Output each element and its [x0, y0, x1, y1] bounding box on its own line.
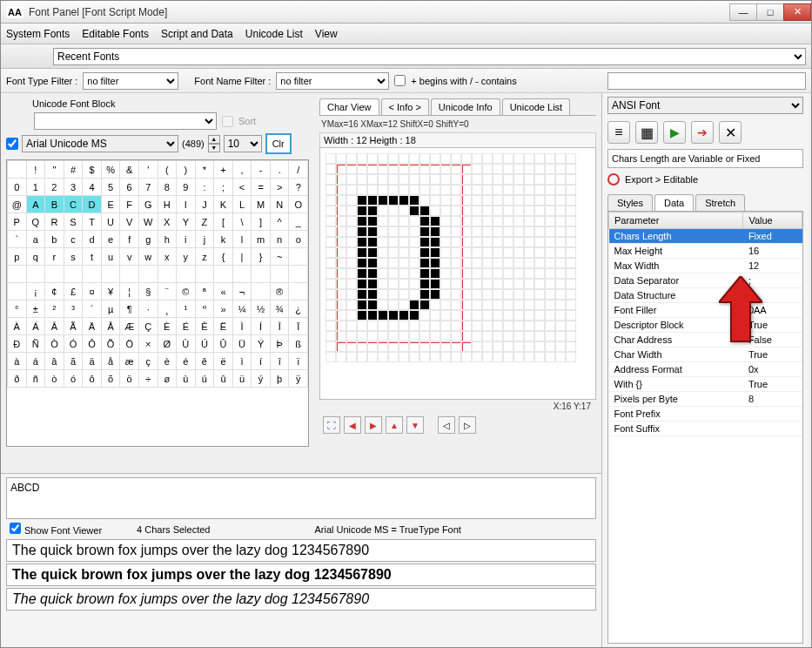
- param-row[interactable]: Char WidthTrue: [609, 348, 802, 362]
- char-cell[interactable]: t: [83, 248, 102, 266]
- char-cell[interactable]: è: [158, 353, 177, 370]
- char-cell[interactable]: r: [45, 248, 64, 266]
- char-cell[interactable]: ³: [64, 300, 83, 318]
- char-cell[interactable]: y: [177, 248, 196, 266]
- menu-script-data[interactable]: Script and Data: [161, 28, 233, 40]
- down-button[interactable]: ▼: [406, 416, 424, 434]
- up-button[interactable]: ▲: [386, 416, 403, 434]
- char-cell[interactable]: m: [252, 231, 271, 248]
- char-cell[interactable]: 5: [101, 179, 120, 196]
- tab-data[interactable]: Data: [654, 194, 694, 211]
- char-cell[interactable]: 9: [177, 179, 196, 196]
- char-cell[interactable]: ): [177, 161, 196, 179]
- close-button[interactable]: ✕: [783, 3, 811, 21]
- char-cell[interactable]: ¹: [177, 300, 196, 318]
- char-cell[interactable]: l: [232, 231, 252, 248]
- char-cell[interactable]: i: [177, 231, 196, 248]
- char-cell[interactable]: ;: [214, 179, 233, 196]
- tab-unicode-list[interactable]: Unicode List: [502, 98, 571, 115]
- char-cell[interactable]: û: [214, 370, 233, 388]
- font-size-select[interactable]: 10: [224, 135, 262, 152]
- char-cell[interactable]: ù: [177, 370, 196, 388]
- char-cell[interactable]: Â: [45, 318, 64, 335]
- font-select[interactable]: Arial Unicode MS: [22, 135, 178, 152]
- char-cell[interactable]: Î: [270, 318, 289, 335]
- char-cell[interactable]: ®: [270, 283, 289, 300]
- tab-char-view[interactable]: Char View: [319, 98, 379, 115]
- export-button[interactable]: ➔: [691, 121, 714, 144]
- param-row[interactable]: With {}True: [609, 377, 802, 392]
- char-cell[interactable]: v: [120, 248, 139, 266]
- tools-icon[interactable]: ✕: [719, 121, 742, 144]
- char-cell[interactable]: !: [26, 161, 45, 179]
- char-cell[interactable]: î: [270, 353, 289, 370]
- char-cell[interactable]: ^: [270, 213, 289, 231]
- char-cell[interactable]: ¨: [158, 283, 177, 300]
- char-cell[interactable]: Ü: [232, 335, 252, 353]
- char-cell[interactable]: ú: [195, 370, 214, 388]
- param-row[interactable]: Max Width12: [609, 259, 802, 273]
- char-cell[interactable]: Ú: [195, 335, 214, 353]
- size-spinner[interactable]: ▲▼: [208, 135, 220, 152]
- char-cell[interactable]: [120, 266, 139, 283]
- char-cell[interactable]: Þ: [270, 335, 289, 353]
- char-cell[interactable]: ¦: [120, 283, 139, 300]
- char-cell[interactable]: 4: [83, 179, 102, 196]
- char-cell[interactable]: °: [8, 300, 27, 318]
- prev-button[interactable]: ◁: [438, 416, 455, 434]
- char-cell[interactable]: ¡: [26, 283, 45, 300]
- char-cell[interactable]: À: [8, 318, 27, 335]
- char-cell[interactable]: ò: [45, 370, 64, 388]
- char-cell[interactable]: ö: [120, 370, 139, 388]
- param-grid[interactable]: ParameterValue Chars LengthFixedMax Heig…: [607, 211, 803, 644]
- char-cell[interactable]: ª: [195, 283, 214, 300]
- char-grid[interactable]: !"#$%&'()*+,-./0123456789:;<=>?@ABCDEFGH…: [6, 159, 309, 447]
- char-cell[interactable]: {: [214, 248, 233, 266]
- char-cell[interactable]: $: [83, 161, 102, 179]
- char-cell[interactable]: w: [138, 248, 158, 266]
- play-button[interactable]: ▶: [663, 121, 686, 144]
- char-cell[interactable]: V: [120, 213, 139, 231]
- param-row[interactable]: Font Prefix: [609, 407, 802, 422]
- char-cell[interactable]: Ñ: [26, 335, 45, 353]
- param-row[interactable]: Pixels per Byte8: [609, 392, 802, 407]
- char-cell[interactable]: 3: [64, 179, 83, 196]
- char-cell[interactable]: C: [64, 196, 83, 213]
- char-cell[interactable]: O: [289, 196, 308, 213]
- menu-icon[interactable]: ≡: [607, 121, 630, 144]
- param-row[interactable]: Char AddressFalse: [609, 333, 802, 348]
- char-cell[interactable]: ¶: [120, 300, 139, 318]
- char-cell[interactable]: X: [158, 213, 177, 231]
- char-cell[interactable]: ç: [138, 353, 158, 370]
- char-cell[interactable]: ": [45, 161, 64, 179]
- char-cell[interactable]: p: [8, 248, 27, 266]
- char-cell[interactable]: Ð: [8, 335, 27, 353]
- char-cell[interactable]: ?: [289, 179, 308, 196]
- tab-info[interactable]: < Info >: [381, 98, 429, 115]
- char-cell[interactable]: s: [64, 248, 83, 266]
- char-cell[interactable]: L: [232, 196, 252, 213]
- param-row[interactable]: Font Suffix: [609, 422, 802, 436]
- char-cell[interactable]: R: [45, 213, 64, 231]
- menu-editable-fonts[interactable]: Editable Fonts: [82, 28, 149, 40]
- char-cell[interactable]: o: [289, 231, 308, 248]
- char-cell[interactable]: a: [26, 231, 45, 248]
- char-cell[interactable]: é: [177, 353, 196, 370]
- char-cell[interactable]: ý: [252, 370, 271, 388]
- char-cell[interactable]: @: [8, 196, 27, 213]
- char-cell[interactable]: ¥: [101, 283, 120, 300]
- char-cell[interactable]: µ: [101, 300, 120, 318]
- char-cell[interactable]: k: [214, 231, 233, 248]
- char-cell[interactable]: ~: [270, 248, 289, 266]
- char-cell[interactable]: Ø: [158, 335, 177, 353]
- char-cell[interactable]: I: [177, 196, 196, 213]
- char-cell[interactable]: Ì: [232, 318, 252, 335]
- char-cell[interactable]: [45, 266, 64, 283]
- char-cell[interactable]: H: [158, 196, 177, 213]
- char-cell[interactable]: &: [120, 161, 139, 179]
- char-cell[interactable]: [289, 283, 308, 300]
- char-cell[interactable]: Ö: [120, 335, 139, 353]
- char-cell[interactable]: «: [214, 283, 233, 300]
- char-cell[interactable]: :: [195, 179, 214, 196]
- char-cell[interactable]: 6: [120, 179, 139, 196]
